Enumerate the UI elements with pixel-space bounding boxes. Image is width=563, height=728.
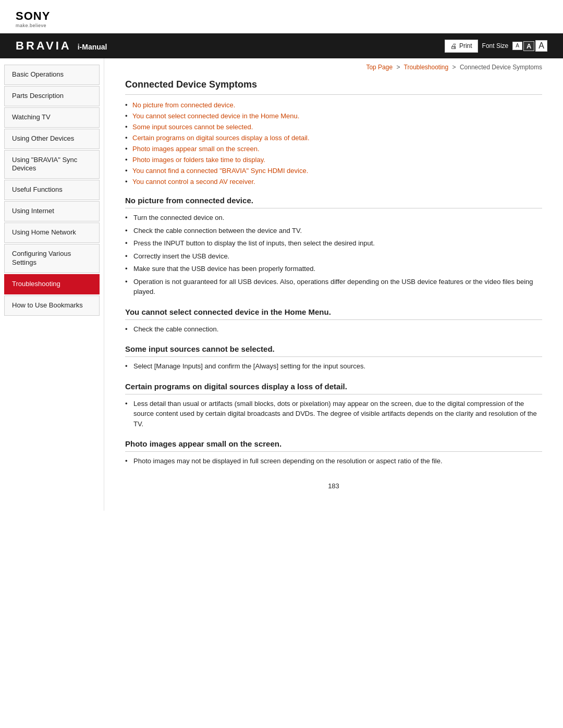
nav-controls: 🖨 Print Font Size A A A <box>445 40 547 53</box>
breadcrumb-top-page[interactable]: Top Page <box>366 64 393 71</box>
section-heading-5: Photo images appear small on the screen. <box>125 439 542 452</box>
list-item: Press the INPUT button to display the li… <box>125 238 542 249</box>
list-item: Certain programs on digital sources disp… <box>125 134 542 142</box>
link-input-sources[interactable]: Some input sources cannot be selected. <box>132 123 253 131</box>
sidebar-item-parts-description[interactable]: Parts Description <box>4 86 100 106</box>
font-small-button[interactable]: A <box>512 42 522 50</box>
sidebar-item-bravia-sync[interactable]: Using "BRAVIA" Sync Devices <box>4 150 100 179</box>
page-wrapper: SONY make.believe BRAVIA i-Manual 🖨 Prin… <box>0 0 563 728</box>
sony-logo-text: SONY <box>16 9 50 23</box>
list-item: Less detail than usual or artifacts (sma… <box>125 399 542 429</box>
link-digital-sources[interactable]: Certain programs on digital sources disp… <box>132 134 310 142</box>
list-item: Photo images or folders take time to dis… <box>125 156 542 164</box>
breadcrumb-sep2: > <box>452 64 456 71</box>
page-title: Connected Device Symptoms <box>125 79 542 95</box>
content-area: Top Page > Troubleshooting > Connected D… <box>104 58 563 511</box>
breadcrumb-current: Connected Device Symptoms <box>460 64 542 71</box>
link-bravia-sync-hdmi[interactable]: You cannot find a connected "BRAVIA" Syn… <box>132 167 308 175</box>
section-heading-3: Some input sources cannot be selected. <box>125 344 542 357</box>
bravia-logo: BRAVIA <box>16 39 71 53</box>
list-item: Operation is not guaranteed for all USB … <box>125 277 542 297</box>
sidebar-item-basic-operations[interactable]: Basic Operations <box>4 65 100 85</box>
link-av-receiver[interactable]: You cannot control a second AV receiver. <box>132 178 255 186</box>
sidebar-item-watching-tv[interactable]: Watching TV <box>4 107 100 128</box>
breadcrumb-troubleshooting[interactable]: Troubleshooting <box>404 64 449 71</box>
breadcrumb-sep1: > <box>396 64 400 71</box>
section-heading-1: No picture from connected device. <box>125 196 542 208</box>
list-item: No picture from connected device. <box>125 101 542 109</box>
font-medium-button[interactable]: A <box>523 41 534 51</box>
sidebar-item-useful-functions[interactable]: Useful Functions <box>4 180 100 200</box>
font-large-button[interactable]: A <box>535 40 547 52</box>
bullet-list-1: Turn the connected device on. Check the … <box>125 213 542 297</box>
list-item: Photo images appear small on the screen. <box>125 145 542 153</box>
sidebar: Basic Operations Parts Description Watch… <box>0 58 104 511</box>
list-item: Some input sources cannot be selected. <box>125 123 542 131</box>
printer-icon: 🖨 <box>450 42 457 50</box>
list-item: Turn the connected device on. <box>125 213 542 223</box>
breadcrumb: Top Page > Troubleshooting > Connected D… <box>125 64 542 71</box>
list-item: Photo images may not be displayed in ful… <box>125 456 542 466</box>
sony-tagline: make.believe <box>16 23 46 28</box>
top-bar: SONY make.believe <box>0 0 563 33</box>
bullet-list-4: Less detail than usual or artifacts (sma… <box>125 399 542 429</box>
list-item: You cannot control a second AV receiver. <box>125 178 542 186</box>
list-item: Correctly insert the USB device. <box>125 251 542 262</box>
section-heading-2: You cannot select connected device in th… <box>125 307 542 320</box>
list-item: Select [Manage Inputs] and confirm the [… <box>125 361 542 372</box>
sidebar-item-bookmarks[interactable]: How to Use Bookmarks <box>4 295 100 316</box>
font-size-label: Font Size <box>482 42 509 50</box>
bullet-list-3: Select [Manage Inputs] and confirm the [… <box>125 361 542 372</box>
list-item: You cannot select connected device in th… <box>125 112 542 120</box>
main-layout: Basic Operations Parts Description Watch… <box>0 58 563 511</box>
print-button[interactable]: 🖨 Print <box>445 40 478 53</box>
bullet-list-2: Check the cable connection. <box>125 324 542 335</box>
link-photo-folders[interactable]: Photo images or folders take time to dis… <box>132 156 265 164</box>
print-label: Print <box>459 42 472 50</box>
sidebar-item-using-internet[interactable]: Using Internet <box>4 201 100 221</box>
nav-brand: BRAVIA i-Manual <box>16 39 107 53</box>
links-list: No picture from connected device. You ca… <box>125 101 542 186</box>
section-heading-4: Certain programs on digital sources disp… <box>125 382 542 394</box>
font-size-controls: A A A <box>512 40 547 52</box>
list-item: Check the cable connection between the d… <box>125 226 542 236</box>
imanual-label: i-Manual <box>78 43 107 51</box>
sidebar-item-using-other-devices[interactable]: Using Other Devices <box>4 129 100 149</box>
sidebar-item-troubleshooting[interactable]: Troubleshooting <box>4 274 100 294</box>
sony-logo: SONY make.believe <box>16 9 547 28</box>
bullet-list-5: Photo images may not be displayed in ful… <box>125 456 542 466</box>
link-cannot-select[interactable]: You cannot select connected device in th… <box>132 112 299 120</box>
list-item: You cannot find a connected "BRAVIA" Syn… <box>125 167 542 175</box>
list-item: Check the cable connection. <box>125 324 542 335</box>
sidebar-item-home-network[interactable]: Using Home Network <box>4 223 100 243</box>
nav-bar: BRAVIA i-Manual 🖨 Print Font Size A A A <box>0 33 563 58</box>
page-number: 183 <box>125 482 542 490</box>
link-no-picture[interactable]: No picture from connected device. <box>132 101 235 109</box>
link-photo-small[interactable]: Photo images appear small on the screen. <box>132 145 260 153</box>
list-item: Make sure that the USB device has been p… <box>125 264 542 274</box>
sidebar-item-configuring-settings[interactable]: Configuring Various Settings <box>4 244 100 273</box>
